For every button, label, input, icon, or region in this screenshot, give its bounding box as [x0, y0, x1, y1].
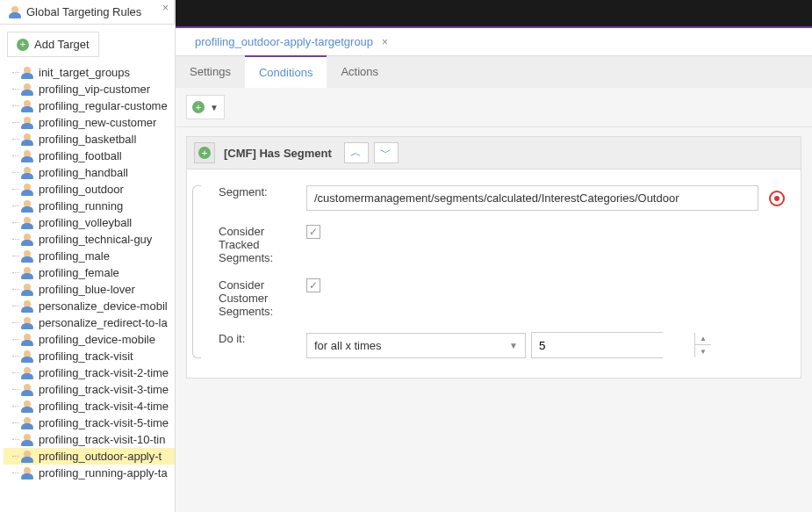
tree-item-label: profiling_track-visit-10-tin	[39, 433, 166, 446]
tree-item-label: profiling_track-visit-3-time	[39, 383, 169, 396]
tree-item-label: profiling_track-visit-5-time	[39, 416, 169, 429]
tree-item[interactable]: profiling_volleyball	[4, 214, 175, 231]
tree-connector	[12, 406, 19, 407]
person-icon	[21, 267, 33, 279]
person-icon	[21, 284, 33, 296]
spin-down-button[interactable]: ▼	[695, 345, 711, 357]
tree-item-label: personalize_device-mobil	[39, 299, 168, 313]
tree-item[interactable]: profiling_track-visit	[4, 348, 175, 364]
tree-item[interactable]: profiling_outdoor	[4, 181, 175, 198]
tree-item-label: profiling_regular-custome	[39, 99, 168, 112]
person-icon	[21, 67, 33, 79]
sidebar-panel-title: Global Targeting Rules	[26, 5, 141, 18]
add-subcondition-button[interactable]: +	[194, 142, 215, 163]
add-condition-button[interactable]: + ▼	[186, 95, 225, 119]
tree-item[interactable]: profiling_football	[4, 148, 175, 164]
tree-connector	[12, 372, 19, 373]
tree-item-label: profiling_male	[39, 249, 110, 263]
segment-label: Segment:	[219, 185, 306, 198]
spin-up-button[interactable]: ▲	[695, 333, 711, 345]
move-down-button[interactable]: ﹀	[374, 142, 399, 163]
tree-item[interactable]: profiling_handball	[4, 164, 175, 181]
tree-item[interactable]: profiling_male	[4, 248, 175, 264]
tree-item[interactable]: profiling_technical-guy	[4, 231, 175, 248]
tree-connector	[12, 72, 19, 73]
tree-item[interactable]: profiling_regular-custome	[4, 97, 175, 114]
tree-item[interactable]: profiling_blue-lover	[4, 281, 175, 298]
tree-item[interactable]: profiling_track-visit-3-time	[4, 381, 175, 398]
tree-connector	[12, 339, 19, 340]
target-icon[interactable]	[769, 191, 785, 206]
tree-item[interactable]: init_target_groups	[4, 64, 175, 81]
condition-title: [CMF] Has Segment	[224, 147, 332, 160]
person-icon	[21, 451, 33, 463]
tracked-segments-label: Consider Tracked Segments:	[219, 225, 306, 264]
plus-icon: +	[17, 39, 29, 51]
chevron-down-icon: ﹀	[380, 145, 392, 161]
tree-item[interactable]: profiling_track-visit-5-time	[4, 415, 175, 431]
sidebar-panel-tab[interactable]: Global Targeting Rules ×	[0, 0, 175, 25]
tree-item[interactable]: profiling_female	[4, 264, 175, 281]
editor-tab-label: profiling_outdoor-apply-targetgroup	[195, 35, 373, 48]
tree-connector	[12, 472, 19, 473]
person-icon	[21, 184, 33, 196]
tree-item[interactable]: personalize_redirect-to-la	[4, 314, 175, 331]
tree-connector	[12, 456, 19, 457]
tree-item-label: profiling_technical-guy	[39, 233, 152, 246]
tree-item-label: profiling_football	[39, 149, 122, 162]
do-it-count-input[interactable]	[532, 333, 694, 357]
do-it-label: Do it:	[219, 332, 306, 345]
editor-tab[interactable]: profiling_outdoor-apply-targetgroup ×	[183, 28, 400, 55]
tree-item[interactable]: profiling_running-apply-ta	[4, 465, 175, 481]
segment-input[interactable]: /customermanagement/segments/calculated/…	[306, 185, 758, 211]
tab-actions[interactable]: Actions	[327, 56, 392, 88]
close-icon[interactable]: ×	[162, 2, 169, 14]
tree-connector	[12, 105, 19, 106]
person-icon	[21, 384, 33, 396]
tab-settings[interactable]: Settings	[176, 56, 245, 88]
tab-conditions[interactable]: Conditions	[245, 55, 327, 88]
tree-item-label: profiling_track-visit-4-time	[39, 400, 169, 413]
person-icon	[21, 83, 33, 96]
close-icon[interactable]: ×	[382, 36, 388, 48]
tree-item-label: profiling_outdoor-apply-t	[39, 450, 162, 463]
tree-item[interactable]: profiling_track-visit-10-tin	[4, 431, 175, 448]
add-target-button[interactable]: + Add Target	[7, 32, 99, 57]
tree-connector	[12, 256, 19, 256]
sub-tabstrip: Settings Conditions Actions	[176, 56, 812, 88]
tree-item-label: profiling_running	[39, 199, 123, 213]
tree-connector	[12, 289, 19, 290]
tree-connector	[12, 172, 19, 173]
tracked-segments-checkbox[interactable]: ✓	[306, 225, 320, 239]
move-up-button[interactable]: ︿	[344, 142, 369, 163]
tree-item[interactable]: profiling_track-visit-4-time	[4, 398, 175, 415]
tree-connector	[12, 422, 19, 423]
plus-icon: +	[198, 147, 211, 159]
tree-item[interactable]: profiling_outdoor-apply-t	[4, 448, 175, 465]
chevron-up-icon: ︿	[350, 145, 362, 161]
customer-segments-checkbox[interactable]: ✓	[306, 278, 320, 292]
tree-item-label: profiling_handball	[39, 166, 128, 179]
tree-item[interactable]: profiling_track-visit-2-time	[4, 364, 175, 381]
tree-item[interactable]: profiling_basketball	[4, 131, 175, 148]
tree-item[interactable]: profiling_device-mobile	[4, 331, 175, 348]
customer-segments-label: Consider Customer Segments:	[219, 278, 306, 318]
do-it-count-field[interactable]: ▲ ▼	[531, 332, 663, 358]
tree-item[interactable]: profiling_vip-customer	[4, 81, 175, 97]
person-icon	[21, 217, 33, 229]
tree-item[interactable]: personalize_device-mobil	[4, 298, 175, 314]
tree-connector	[12, 389, 19, 390]
condition-header: + [CMF] Has Segment ︿ ﹀	[186, 136, 801, 169]
person-icon	[21, 200, 33, 213]
do-it-select[interactable]: for all x times ▼	[306, 333, 526, 358]
person-icon	[21, 400, 33, 413]
tree-connector	[12, 189, 19, 190]
person-icon	[21, 250, 33, 263]
tree-connector	[12, 306, 19, 306]
person-icon	[21, 317, 33, 329]
tree-item[interactable]: profiling_new-customer	[4, 114, 175, 131]
tree-connector	[12, 222, 19, 223]
person-icon	[21, 417, 33, 429]
tree-item[interactable]: profiling_running	[4, 198, 175, 214]
tree-connector	[12, 239, 19, 240]
